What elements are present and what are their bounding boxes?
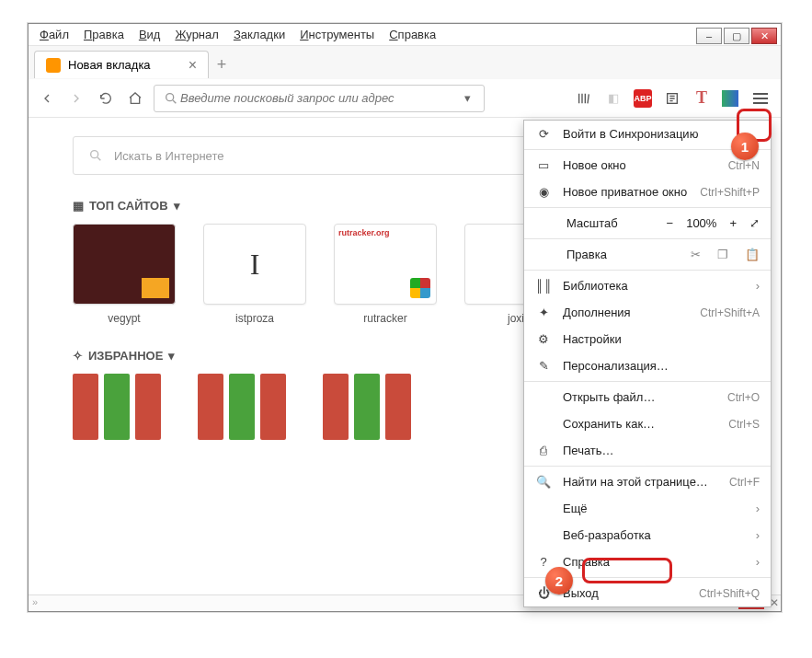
search-web-placeholder: Искать в Интернете [114,149,223,163]
cut-icon[interactable]: ✂ [691,248,701,261]
home-button[interactable] [126,89,144,108]
tab-close-button[interactable]: × [189,58,197,73]
ext-icon[interactable] [722,90,738,107]
print-icon: ⎙ [535,444,552,457]
copy-icon[interactable]: ❐ [717,248,728,261]
menu-new-window[interactable]: ▭Новое окноCtrl+N [524,152,771,179]
chevron-right-icon: › [756,555,760,569]
thumb [203,224,306,305]
menu-view[interactable]: Вид [132,25,168,44]
sync-icon: ⟳ [535,127,552,141]
svg-point-2 [91,151,98,158]
forward-button[interactable] [67,89,86,108]
search-icon [162,89,180,108]
gear-icon: ⚙ [535,332,552,346]
browser-window: – ▢ ✕ Файл Правка Вид Журнал Закладки Ин… [28,23,782,612]
chevron-down-icon: ▾ [168,349,175,363]
zoom-out-button[interactable]: − [667,216,674,230]
window-icon: ▭ [535,158,552,172]
chevron-right-icon: › [756,279,760,293]
callout-1: 1 [731,133,759,160]
menu-find[interactable]: 🔍Найти на этой странице…Ctrl+F [524,468,771,495]
chevron-right-icon: › [756,502,760,515]
tabstrip: Новая вкладка × + [29,46,781,79]
menu-library[interactable]: ║║Библиотека› [524,272,771,299]
zoom-in-button[interactable]: + [729,216,737,230]
menu-settings[interactable]: ⚙Настройки [524,326,771,352]
fav-item[interactable] [73,374,161,440]
text-icon[interactable]: T [692,89,711,108]
fav-item[interactable] [198,374,286,440]
menu-history[interactable]: Журнал [167,25,225,44]
menu-addons[interactable]: ✦ДополненияCtrl+Shift+A [524,299,771,326]
new-tab-button[interactable]: + [209,52,234,77]
menu-new-private[interactable]: ◉Новое приватное окноCtrl+Shift+P [524,179,771,205]
adblock-icon[interactable]: ABP [634,89,652,108]
addons-icon: ✦ [535,306,552,319]
menu-save-as[interactable]: Сохранить как…Ctrl+S [524,410,771,437]
menu-edit[interactable]: Правка [76,25,132,44]
back-button[interactable] [38,89,56,108]
tab-title: Новая вкладка [68,58,151,72]
app-menu: ⟳Войти в Синхронизацию ▭Новое окноCtrl+N… [523,120,772,607]
menu-edit-row: Правка ✂ ❐ 📋 [524,241,771,268]
help-icon: ? [535,555,552,569]
menu-more[interactable]: Ещё› [524,495,771,522]
menu-bookmarks[interactable]: Закладки [226,25,292,44]
urlbar-input[interactable] [180,91,458,105]
urlbar[interactable]: ▾ [154,85,485,112]
firefox-icon [46,58,61,73]
library-icon[interactable] [575,89,593,108]
overflow-icon[interactable]: » [32,596,38,607]
zoom-value: 100% [686,216,716,230]
menu-print[interactable]: ⎙Печать… [524,437,771,464]
minimize-button[interactable]: – [696,28,722,44]
library-icon: ║║ [535,279,552,293]
fullscreen-button[interactable]: ⤢ [749,216,760,230]
menu-customize[interactable]: ✎Персонализация… [524,352,771,379]
thumb [334,224,437,305]
menu-tools[interactable]: Инструменты [292,25,382,44]
maximize-button[interactable]: ▢ [724,28,749,44]
reader-icon[interactable] [663,89,681,108]
mask-icon: ◉ [535,185,552,199]
reload-button[interactable] [97,89,115,108]
paste-icon[interactable]: 📋 [745,248,760,261]
chevron-down-icon: ▾ [174,199,180,213]
window-controls: – ▢ ✕ [696,28,777,44]
menu-zoom: Масштаб − 100% + ⤢ [524,210,771,237]
menu-webdev[interactable]: Веб-разработка› [524,522,771,548]
thumb [73,224,176,305]
sparkle-icon: ✧ [73,349,83,363]
menubar: Файл Правка Вид Журнал Закладки Инструме… [29,24,781,46]
sidebar-icon[interactable]: ◧ [604,89,623,108]
menu-file[interactable]: Файл [32,25,76,44]
find-icon: 🔍 [535,475,552,489]
app-menu-button[interactable] [749,87,772,110]
tile-istproza[interactable]: istproza [203,224,306,325]
menu-open-file[interactable]: Открыть файл…Ctrl+O [524,384,771,410]
tab-new[interactable]: Новая вкладка × [34,51,209,78]
callout-2: 2 [545,567,573,595]
tile-vegypt[interactable]: vegypt [73,224,176,325]
close-window-button[interactable]: ✕ [751,28,777,44]
menu-help[interactable]: Справка [382,25,443,44]
svg-point-0 [166,93,174,100]
brush-icon: ✎ [535,359,552,373]
grid-icon: ▦ [73,199,84,213]
tile-rutracker[interactable]: rutracker [334,224,437,325]
chevron-right-icon: › [756,528,760,542]
fav-item[interactable] [323,374,411,440]
search-icon [86,146,105,165]
dropdown-icon[interactable]: ▾ [458,89,476,108]
toolbar: ▾ ◧ ABP T [29,79,781,118]
